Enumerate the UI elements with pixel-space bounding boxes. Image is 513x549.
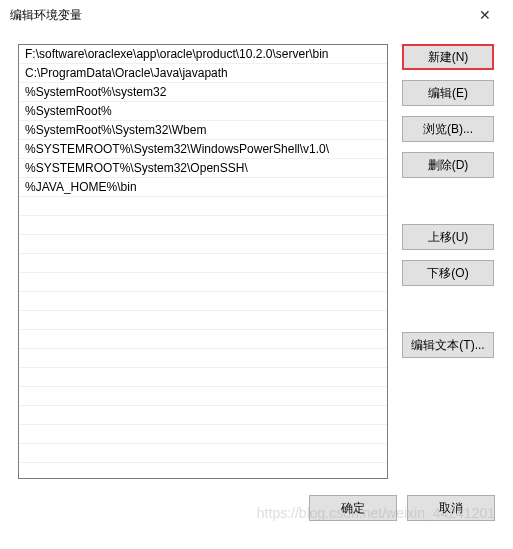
edittext-button[interactable]: 编辑文本(T)... bbox=[402, 332, 494, 358]
list-item[interactable]: %JAVA_HOME%\bin bbox=[19, 178, 387, 197]
movedown-button[interactable]: 下移(O) bbox=[402, 260, 494, 286]
list-item-empty[interactable] bbox=[19, 425, 387, 444]
cancel-button[interactable]: 取消 bbox=[407, 495, 495, 521]
window-title: 编辑环境变量 bbox=[10, 7, 82, 24]
list-item[interactable]: %SystemRoot%\system32 bbox=[19, 83, 387, 102]
dialog-footer: 确定 取消 bbox=[0, 489, 513, 521]
delete-button[interactable]: 删除(D) bbox=[402, 152, 494, 178]
list-item-empty[interactable] bbox=[19, 216, 387, 235]
list-item-empty[interactable] bbox=[19, 349, 387, 368]
list-item-empty[interactable] bbox=[19, 406, 387, 425]
list-item[interactable]: %SYSTEMROOT%\System32\OpenSSH\ bbox=[19, 159, 387, 178]
list-item-empty[interactable] bbox=[19, 368, 387, 387]
edit-button[interactable]: 编辑(E) bbox=[402, 80, 494, 106]
button-column: 新建(N) 编辑(E) 浏览(B)... 删除(D) 上移(U) 下移(O) 编… bbox=[402, 44, 494, 479]
ok-button[interactable]: 确定 bbox=[309, 495, 397, 521]
list-item[interactable]: %SystemRoot% bbox=[19, 102, 387, 121]
list-item-empty[interactable] bbox=[19, 444, 387, 463]
list-item[interactable]: C:\ProgramData\Oracle\Java\javapath bbox=[19, 64, 387, 83]
close-button[interactable]: ✕ bbox=[465, 1, 505, 29]
list-item-empty[interactable] bbox=[19, 197, 387, 216]
titlebar: 编辑环境变量 ✕ bbox=[0, 0, 513, 30]
moveup-button[interactable]: 上移(U) bbox=[402, 224, 494, 250]
list-item[interactable]: %SystemRoot%\System32\Wbem bbox=[19, 121, 387, 140]
list-item[interactable]: %SYSTEMROOT%\System32\WindowsPowerShell\… bbox=[19, 140, 387, 159]
list-item-empty[interactable] bbox=[19, 387, 387, 406]
list-item-empty[interactable] bbox=[19, 330, 387, 349]
list-item[interactable]: F:\software\oraclexe\app\oracle\product\… bbox=[19, 45, 387, 64]
browse-button[interactable]: 浏览(B)... bbox=[402, 116, 494, 142]
close-icon: ✕ bbox=[479, 7, 491, 23]
list-item-empty[interactable] bbox=[19, 273, 387, 292]
path-listbox[interactable]: F:\software\oraclexe\app\oracle\product\… bbox=[18, 44, 388, 479]
list-item-empty[interactable] bbox=[19, 235, 387, 254]
list-item-empty[interactable] bbox=[19, 292, 387, 311]
list-item-empty[interactable] bbox=[19, 311, 387, 330]
list-item-empty[interactable] bbox=[19, 254, 387, 273]
dialog-content: F:\software\oraclexe\app\oracle\product\… bbox=[0, 30, 513, 489]
new-button[interactable]: 新建(N) bbox=[402, 44, 494, 70]
